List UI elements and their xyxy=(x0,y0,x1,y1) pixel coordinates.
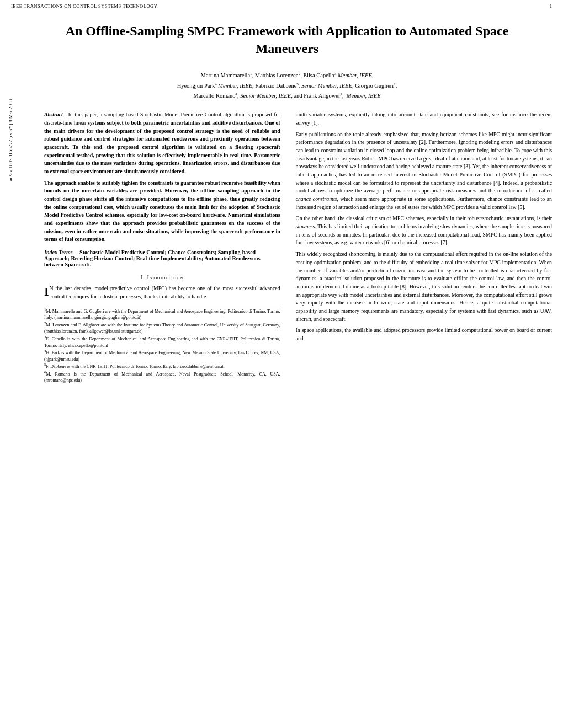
footnote-5: 5F. Dabbene is with the CNR–IEIIT, Polit… xyxy=(44,363,280,370)
title-section: An Offline-Sampling SMPC Framework with … xyxy=(0,11,563,63)
abstract-section: Abstract—In this paper, a sampling-based… xyxy=(44,111,280,244)
index-terms-section: Index Terms— Stochastic Model Predictive… xyxy=(44,249,280,267)
authors-section: Martina Mammarella1, Matthias Lorenzen2,… xyxy=(0,63,563,105)
abstract-paragraph-2: The approach enables to suitably tighten… xyxy=(44,179,280,244)
authors-line-2: Hyeongjun Park4 Member, IEEE, Fabrizio D… xyxy=(44,82,530,91)
intro-paragraph-1: IN the last decades, model predictive co… xyxy=(44,285,280,301)
paper-title: An Offline-Sampling SMPC Framework with … xyxy=(44,22,530,58)
footnote-2: 2M. Lorenzen and F. Allgöwer are with th… xyxy=(44,322,280,335)
footnote-6: 6M. Romano is the Department of Mechanic… xyxy=(44,371,280,384)
index-terms-label: Index Terms xyxy=(44,249,73,255)
index-terms-text: Index Terms— Stochastic Model Predictive… xyxy=(44,249,280,267)
right-para-4: This widely recognized shortcoming is ma… xyxy=(296,250,552,323)
page-header: IEEE TRANSACTIONS ON CONTROL SYSTEMS TEC… xyxy=(0,0,563,11)
arxiv-label: arXiv:1803.01652v2 [cs.SY] 8 Mar 2018 xyxy=(8,99,14,181)
right-para-5: In space applications, the available and… xyxy=(296,326,552,342)
drop-cap-I: I xyxy=(44,286,49,298)
right-para-3: On the other hand, the classical critici… xyxy=(296,215,552,247)
two-column-body: Abstract—In this paper, a sampling-based… xyxy=(0,105,563,390)
footnote-3: 3E. Capello is with the Department of Me… xyxy=(44,336,280,349)
page-number: 1 xyxy=(550,3,552,9)
footnote-1: 1M. Mammarella and G. Guglieri are with … xyxy=(44,308,280,321)
footnotes: 1M. Mammarella and G. Guglieri are with … xyxy=(44,306,280,384)
footnote-4: 4H. Park is with the Department of Mecha… xyxy=(44,350,280,362)
abstract-text-1: —In this paper, a sampling-based Stochas… xyxy=(44,111,280,174)
section-i-label: I. Introduction xyxy=(141,274,183,280)
right-para-2: Early publications on the topic already … xyxy=(296,131,552,212)
abstract-paragraph-1: Abstract—In this paper, a sampling-based… xyxy=(44,111,280,176)
section-i-title: I. Introduction xyxy=(44,274,280,280)
journal-name: IEEE TRANSACTIONS ON CONTROL SYSTEMS TEC… xyxy=(11,3,157,9)
abstract-text-2: The approach enables to suitably tighten… xyxy=(44,180,280,243)
introduction-text: IN the last decades, model predictive co… xyxy=(44,285,280,301)
index-terms-body: — Stochastic Model Predictive Control; C… xyxy=(44,249,261,267)
authors-line-3: Marcello Romano4, Senior Member, IEEE, a… xyxy=(44,92,530,101)
abstract-label: Abstract xyxy=(44,111,63,117)
right-column: multi-variable systems, explicitly takin… xyxy=(288,111,552,385)
right-para-1: multi-variable systems, explicitly takin… xyxy=(296,111,552,127)
right-column-text: multi-variable systems, explicitly takin… xyxy=(296,111,552,343)
authors-line-1: Martina Mammarella1, Matthias Lorenzen2,… xyxy=(44,71,530,81)
left-column: Abstract—In this paper, a sampling-based… xyxy=(44,111,288,385)
